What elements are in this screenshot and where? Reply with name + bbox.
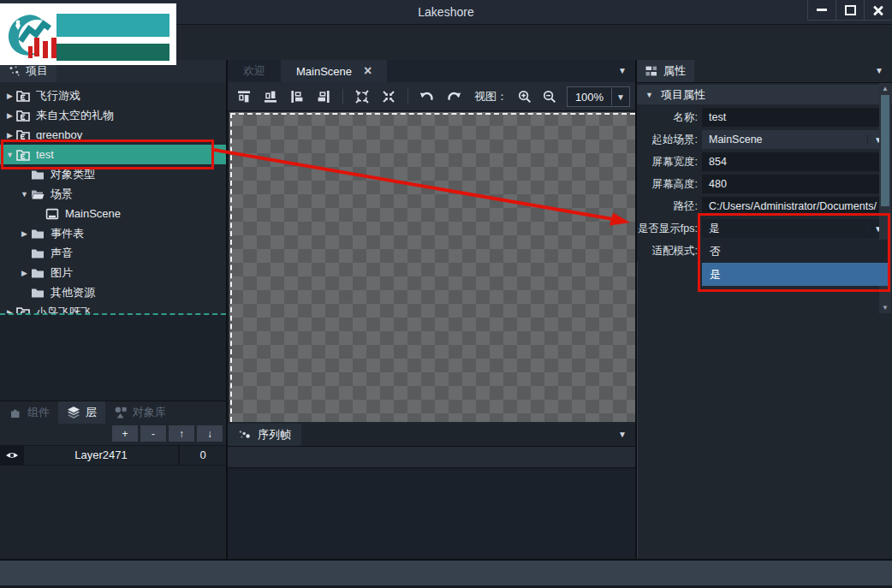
add-layer-button[interactable]: + — [112, 425, 138, 442]
layer-name[interactable]: Layer2471 — [24, 446, 178, 465]
tree-item[interactable]: 对象类型 — [0, 164, 226, 184]
folder-icon — [31, 168, 46, 181]
timeline-track-row — [228, 447, 635, 468]
property-value-text: 854 — [702, 156, 889, 168]
component-icon — [9, 406, 22, 419]
tab-close-icon[interactable]: × — [364, 64, 372, 78]
property-label: 适配模式: — [637, 244, 702, 258]
project-icon — [16, 128, 32, 142]
maximize-button[interactable] — [836, 0, 864, 21]
timeline-empty-area — [228, 468, 635, 559]
tree-item[interactable]: ▶ greenboy — [0, 125, 226, 145]
shrink-selection-icon[interactable] — [381, 89, 396, 104]
scene-canvas[interactable] — [229, 112, 635, 422]
visibility-eye-icon[interactable] — [5, 450, 19, 460]
tab-mainscene[interactable]: MainScene × — [281, 60, 387, 82]
properties-icon — [645, 65, 657, 77]
expander-icon[interactable]: ▶ — [3, 92, 16, 100]
tree-item[interactable]: MainScene — [0, 204, 226, 223]
tree-item-label: 声音 — [51, 246, 73, 261]
timeline-tabbar: 序列帧 — [228, 424, 635, 447]
timeline-menu-caret-icon[interactable]: ▼ — [618, 430, 627, 439]
tree-item[interactable]: ▶ 来自太空的礼物 — [0, 105, 226, 125]
expander-icon[interactable]: ▶ — [3, 131, 16, 140]
scroll-up-icon[interactable]: ▲ — [879, 83, 891, 94]
application-window: Lakeshore 项目 ▼ ▶ 飞行游戏 ▶ — [0, 0, 892, 588]
minimize-button[interactable] — [807, 0, 836, 21]
tab-welcome-label: 欢迎 — [243, 63, 265, 79]
property-value[interactable]: test ▼ — [702, 108, 889, 127]
redo-icon[interactable] — [446, 89, 461, 104]
project-panel-icon — [9, 65, 21, 77]
align-right-icon[interactable] — [316, 89, 331, 104]
property-row: 屏幕高度: 480 ▼ — [637, 173, 892, 195]
property-value[interactable]: 480 ▼ — [702, 175, 889, 193]
app-logo — [0, 3, 176, 65]
expander-icon[interactable]: ▼ — [18, 190, 31, 199]
minimize-icon — [817, 9, 827, 11]
tree-item-label: 其他资源 — [51, 285, 95, 300]
properties-list: 名称: test ▼ 起始场景: MainScene ▼ 屏幕宽度: 854 ▼… — [637, 106, 892, 262]
expander-icon[interactable]: ▶ — [18, 229, 31, 238]
property-value[interactable]: MainScene ▼ — [702, 130, 889, 149]
move-layer-down-button[interactable]: ↓ — [197, 425, 223, 442]
property-value-text: test — [702, 111, 889, 123]
move-layer-up-button[interactable]: ↑ — [169, 425, 194, 442]
scrollbar-thumb[interactable] — [881, 95, 889, 206]
expander-icon[interactable]: ▶ — [18, 269, 31, 277]
tree-item-label: 来自太空的礼物 — [36, 108, 114, 123]
tree-item[interactable]: ▶ 图片 — [0, 263, 226, 282]
tree-item[interactable]: ▶ 飞行游戏 — [0, 86, 226, 105]
dropdown-option[interactable]: 是 — [702, 263, 889, 286]
fit-selection-icon[interactable] — [354, 89, 370, 104]
zoom-out-icon[interactable] — [542, 89, 557, 104]
dropdown-option[interactable]: 否 — [702, 240, 889, 263]
close-button[interactable] — [864, 0, 892, 21]
project-properties-section-header[interactable]: ▼ 项目属性 — [637, 85, 892, 104]
tab-sequence-frames[interactable]: 序列帧 — [228, 424, 301, 446]
editor-tab-list-caret-icon[interactable]: ▼ — [618, 66, 627, 75]
maximize-icon — [845, 5, 856, 15]
expander-icon[interactable]: ▼ — [3, 151, 16, 159]
expander-icon[interactable]: ▶ — [3, 111, 16, 120]
tab-properties[interactable]: 属性 — [637, 60, 694, 82]
zoom-in-icon[interactable] — [517, 89, 532, 104]
property-value[interactable]: 是 ▼ — [702, 219, 889, 238]
tree-item[interactable]: 声音 — [0, 243, 226, 263]
property-value[interactable]: C:/Users/Administrator/Documents/ ▼ — [702, 197, 889, 216]
timeline-title: 序列帧 — [258, 427, 291, 442]
tree-item-label: 对象类型 — [51, 167, 95, 182]
zoom-level-select[interactable]: 100% ▼ — [567, 86, 630, 107]
tab-mainscene-label: MainScene — [296, 65, 352, 78]
panel-separator-right[interactable] — [635, 60, 637, 559]
tree-item-label: 小鸟飞呀飞 — [36, 305, 92, 316]
layer-row[interactable]: Layer2471 0 — [0, 445, 226, 466]
property-row: 路径: C:/Users/Administrator/Documents/ ▼ — [637, 195, 892, 217]
tree-item[interactable]: ▼ test — [0, 145, 226, 164]
close-icon — [873, 5, 883, 15]
property-label: 是否显示fps: — [637, 222, 702, 236]
section-collapse-icon[interactable]: ▼ — [645, 91, 653, 99]
tree-item[interactable]: ▼ 场景 — [0, 184, 226, 204]
properties-menu-caret-icon[interactable]: ▼ — [875, 66, 883, 75]
undo-icon[interactable] — [419, 89, 435, 104]
layer-order[interactable]: 0 — [180, 446, 226, 465]
align-bottom-icon[interactable] — [263, 89, 278, 104]
layer-buttons-row: +-↑↓ — [0, 424, 226, 444]
tab-object-library[interactable]: 对象库 — [105, 401, 175, 424]
tab-layers[interactable]: 层 — [58, 401, 105, 424]
property-value[interactable]: 854 ▼ — [702, 152, 889, 171]
tree-item[interactable]: ▶ 小鸟飞呀飞 — [0, 302, 226, 315]
panel-separator-left[interactable] — [226, 60, 228, 559]
expander-icon[interactable]: ▶ — [3, 308, 16, 316]
scroll-down-icon[interactable]: ▼ — [879, 302, 891, 313]
property-row: 起始场景: MainScene ▼ — [637, 128, 892, 151]
tab-welcome[interactable]: 欢迎 — [228, 60, 281, 82]
align-left-icon[interactable] — [289, 89, 305, 104]
align-top-icon[interactable] — [236, 89, 252, 104]
tree-item[interactable]: ▶ 事件表 — [0, 223, 226, 243]
tab-component[interactable]: 组件 — [0, 401, 58, 424]
remove-layer-button[interactable]: - — [140, 425, 166, 442]
property-value-text: 是 — [702, 222, 867, 236]
tree-item[interactable]: 其他资源 — [0, 282, 226, 302]
